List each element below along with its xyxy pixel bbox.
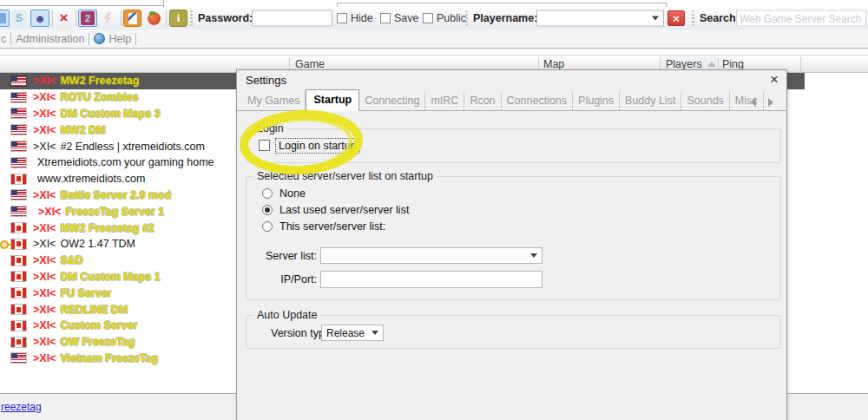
server-clan-tag: >XI<	[33, 304, 56, 316]
hide-checkbox[interactable]	[337, 13, 347, 23]
server-clan-tag: >XI<	[33, 124, 56, 136]
hide-label: Hide	[351, 12, 373, 24]
settings-dialog: Settings × My GamesStartupConnectingmIRC…	[236, 69, 787, 420]
info-icon[interactable]: i	[169, 10, 187, 27]
login-on-startup-checkbox[interactable]	[259, 140, 270, 151]
flag-us-icon	[11, 158, 26, 167]
flag-us-icon	[11, 76, 26, 86]
column-header-game[interactable]: Game	[295, 58, 325, 70]
flag-ca-icon	[11, 338, 26, 347]
tab-buddy-list[interactable]: Buddy List	[620, 92, 681, 110]
toolbar-grip	[465, 11, 468, 26]
key-slot	[0, 189, 11, 201]
radio-this-server[interactable]	[262, 221, 273, 232]
save-checkbox[interactable]	[380, 13, 391, 23]
radio-none[interactable]	[262, 188, 273, 199]
ip-port-label: IP/Port:	[247, 273, 317, 285]
password-input[interactable]	[252, 10, 332, 27]
server-name: MW2 Freezetag	[60, 75, 139, 87]
scroll-tabs-left-icon[interactable]	[746, 98, 756, 107]
globe-icon	[94, 33, 105, 44]
edge-toggled-icon[interactable]	[0, 10, 10, 27]
flag-ca-icon	[11, 305, 26, 314]
server-list-combobox[interactable]	[320, 247, 542, 264]
search-label: Search:	[700, 12, 740, 24]
key-slot	[0, 156, 11, 168]
lightning-icon[interactable]	[99, 10, 116, 27]
key-slot	[0, 254, 11, 266]
column-header-ping[interactable]: Ping	[722, 58, 744, 70]
radio-last-used-label[interactable]: Last used server/server list	[279, 204, 409, 216]
menu-administration[interactable]: Administration	[16, 33, 84, 45]
player-icon[interactable]: ☻	[30, 10, 49, 27]
server-clan-tag: >XI<	[33, 141, 56, 153]
column-header-map[interactable]: Map	[543, 58, 564, 70]
server-name: www.xtremeidiots.com	[37, 173, 145, 185]
server-name: MW2 DM	[60, 124, 105, 136]
server-clan-tag: >XI<	[38, 206, 61, 218]
server-clan-tag: >XI<	[33, 189, 56, 201]
server-name: Custom Server	[60, 319, 137, 331]
key-slot	[0, 222, 11, 234]
public-label: Public	[437, 12, 466, 24]
public-checkbox[interactable]	[423, 13, 433, 23]
flag-us-icon	[11, 141, 26, 151]
key-slot	[0, 206, 11, 218]
version-type-combobox[interactable]: Release	[321, 325, 384, 341]
server-name: DM Custom Maps 3	[60, 108, 160, 120]
ip-port-input[interactable]	[320, 271, 542, 288]
toolbar-separator	[166, 10, 167, 27]
key-slot	[0, 141, 11, 153]
radio-this-server-label[interactable]: This server/server list:	[279, 220, 385, 233]
list-gap	[0, 49, 868, 55]
tab-my-games[interactable]: My Games	[242, 92, 306, 110]
sort-ascending-icon	[707, 62, 716, 67]
playername-combobox[interactable]	[536, 10, 664, 27]
startup-server-group: Selected server/server list on startup N…	[246, 176, 781, 300]
login-on-startup-label[interactable]: Login on startup	[275, 138, 360, 154]
version-type-value: Release	[326, 327, 365, 339]
auto-refresh-icon[interactable]: 2	[78, 10, 97, 27]
game-icon[interactable]	[145, 10, 163, 27]
flag-ca-icon	[11, 240, 26, 249]
menu-bar: c Administration Help	[0, 30, 868, 48]
save-label: Save	[394, 12, 419, 24]
radio-last-used[interactable]	[262, 205, 273, 215]
tab-mirc[interactable]: mIRC	[425, 92, 464, 110]
tab-plugins[interactable]: Plugins	[573, 92, 620, 110]
server-name: MW2 Freezetag #2	[60, 222, 154, 234]
edit-icon[interactable]	[123, 10, 141, 27]
menu-fragment: c	[1, 33, 6, 45]
tab-startup[interactable]: Startup	[306, 89, 359, 111]
search-input[interactable]	[736, 10, 866, 27]
radio-none-label[interactable]: None	[279, 187, 306, 200]
scroll-tabs-right-icon[interactable]	[768, 98, 778, 107]
server-name: #2 Endless | xtremeidiots.com	[60, 141, 205, 153]
key-slot	[0, 271, 11, 283]
remove-icon[interactable]: ×	[55, 10, 73, 27]
menu-separator	[10, 33, 11, 45]
flag-ca-icon	[11, 321, 26, 331]
server-clan-tag: >XI<	[33, 108, 56, 120]
divider	[0, 5, 163, 6]
flag-us-icon	[11, 207, 26, 216]
column-header-players[interactable]: Players	[666, 58, 702, 70]
column-separator[interactable]	[800, 57, 801, 72]
tab-rcon[interactable]: Rcon	[464, 92, 501, 110]
login-group: Login Login on startup	[246, 128, 781, 163]
menu-help[interactable]: Help	[94, 33, 131, 45]
close-icon[interactable]: ×	[770, 71, 779, 89]
tab-connecting[interactable]: Connecting	[359, 92, 425, 110]
divider	[163, 0, 164, 7]
server-name: Battle Server 2.9 mod	[60, 189, 171, 201]
server-name: Vietnam FreezeTag	[60, 352, 158, 364]
server-clan-tag: >XI<	[33, 352, 56, 364]
status-link[interactable]: reezetag	[1, 401, 42, 413]
link-icon[interactable]: S	[11, 10, 27, 27]
server-clan-tag: >XI<	[33, 319, 56, 331]
clear-playername-button[interactable]: ×	[667, 10, 685, 26]
flag-us-icon	[11, 353, 26, 363]
chevron-down-icon	[652, 16, 659, 24]
tab-sounds[interactable]: Sounds	[681, 92, 729, 110]
tab-connections[interactable]: Connections	[502, 92, 574, 110]
